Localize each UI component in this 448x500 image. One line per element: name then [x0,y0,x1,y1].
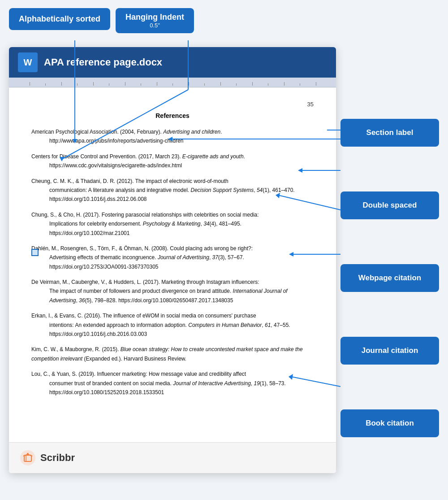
alphabetically-sorted-badge: Alphabetically sorted [9,8,110,30]
main-area: W APA reference page.docx [9,47,439,491]
list-item: De Veirman, M., Cauberghe, V., & Hudders… [31,278,314,305]
list-item: Erkan, I., & Evans, C. (2016). The influ… [31,311,314,339]
svg-point-1 [27,453,29,455]
hanging-indent-indicator [31,249,39,256]
list-item: Lou, C., & Yuan, S. (2019). Influencer m… [31,370,314,397]
section-label-badge: Section label [340,119,439,147]
list-item: Chung, S., & Cho, H. (2017). Fostering p… [31,210,314,238]
book-citation-badge: Book citation [340,409,439,437]
list-item: Cheung, C. M. K., & Thadani, D. R. (2012… [31,177,314,204]
double-spaced-badge: Double spaced [340,191,439,219]
list-item: Centers for Disease Control and Preventi… [31,152,314,170]
hanging-indent-badge: Hanging Indent 0.5" [116,8,194,33]
top-badges-area: Alphabetically sorted Hanging Indent 0.5… [0,0,448,33]
doc-page: 35 References American Psychological Ass… [9,87,336,473]
references-title: References [31,112,314,119]
list-item: American Psychological Association. (200… [31,127,314,146]
ruler [9,78,336,87]
webpage-citation-badge: Webpage citation [340,264,439,292]
word-header: W APA reference page.docx [9,47,336,78]
journal-citation-badge: Journal citation [340,337,439,365]
right-labels-container: Section label Double spaced Webpage cita… [340,119,439,437]
ruler-marks [13,79,332,86]
scribbr-logo-icon [20,450,36,466]
scribbr-footer: Scribbr [9,442,336,473]
list-item: Dahlén, M., Rosengren, S., Törn, F., & Ö… [31,244,314,271]
word-title: APA reference page.docx [44,57,162,68]
page-number: 35 [31,101,314,108]
word-icon: W [18,52,38,72]
svg-point-0 [20,450,35,465]
word-document: W APA reference page.docx [9,47,336,473]
list-item: Kim, C. W., & Mauborgne, R. (2015). Blue… [31,345,314,363]
scribbr-brand: Scribbr [40,452,75,464]
